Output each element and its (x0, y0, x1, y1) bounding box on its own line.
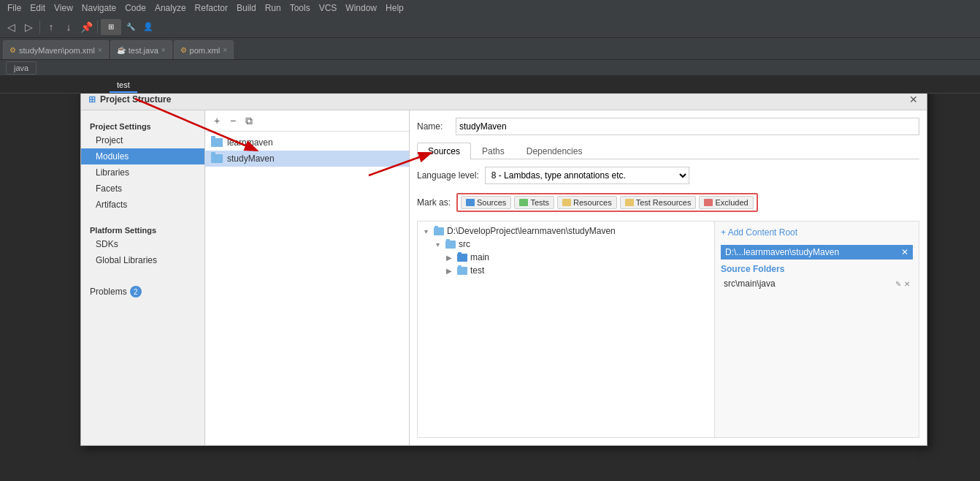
tab-studymaven-pom[interactable]: ⚙ studyMaven\pom.xml × (3, 40, 109, 59)
menu-view[interactable]: View (50, 3, 77, 13)
right-sidebar: + Add Content Root D:\...learnmaven\stud… (714, 221, 919, 437)
mark-sources-btn[interactable]: Sources (461, 196, 511, 209)
mark-test-resources-icon (625, 199, 634, 206)
toolbar-icon2-btn[interactable]: 🔧 (123, 19, 139, 35)
menu-refactor[interactable]: Refactor (191, 3, 232, 13)
toolbar-sep-2 (97, 20, 98, 34)
right-tab-paths[interactable]: Paths (471, 143, 516, 159)
nav-artifacts[interactable]: Artifacts (81, 197, 204, 213)
language-level-label: Language level: (417, 170, 479, 181)
menu-file[interactable]: File (3, 3, 26, 13)
toolbar-forward-btn[interactable]: ▷ (20, 19, 37, 35)
mark-excluded-btn[interactable]: Excluded (699, 196, 753, 209)
copy-module-btn[interactable]: ⧉ (242, 113, 256, 128)
dialog-close-button[interactable]: ✕ (908, 94, 919, 105)
tree-main-chevron[interactable]: ▶ (444, 254, 454, 262)
name-input[interactable] (456, 118, 919, 135)
right-tab-dependencies[interactable]: Dependencies (516, 143, 594, 159)
tab-pomxml[interactable]: ⚙ pom.xml × (174, 40, 234, 59)
tree-main-label: main (470, 252, 489, 262)
mark-tests-btn[interactable]: Tests (514, 196, 554, 209)
tree-root-chevron[interactable]: ▾ (421, 227, 431, 235)
mark-test-resources-btn[interactable]: Test Resources (620, 196, 697, 209)
language-level-select[interactable]: 8 - Lambdas, type annotations etc. (485, 167, 689, 184)
name-label: Name: (417, 121, 450, 132)
menu-window[interactable]: Window (341, 3, 381, 13)
module-folder-icon-learnmaven (211, 138, 223, 147)
nav-global-libraries[interactable]: Global Libraries (81, 252, 204, 268)
toolbar-pin-btn[interactable]: 📌 (78, 19, 94, 35)
tab-testjava-icon: ☕ (117, 46, 126, 54)
mark-resources-icon (562, 199, 571, 206)
menu-help[interactable]: Help (381, 3, 408, 13)
project-structure-dialog: ⊞ Project Structure ✕ Project Settings P… (80, 88, 927, 446)
problems-badge: 2 (130, 286, 142, 298)
tree-main-folder-icon (457, 254, 467, 262)
source-folder-path-0: src\main\java (724, 279, 776, 289)
add-content-root-link[interactable]: + Add Content Root (721, 227, 913, 238)
toolbar-structure-btn[interactable]: ⊞ (101, 19, 121, 35)
tree-src-chevron[interactable]: ▾ (432, 240, 443, 249)
menu-analyze[interactable]: Analyze (150, 3, 191, 13)
tree-src[interactable]: ▾ src (421, 238, 711, 251)
mark-buttons-group: Sources Tests Resources Test Resour (456, 193, 758, 212)
mark-resources-label: Resources (573, 198, 612, 207)
name-row: Name: (417, 118, 919, 135)
menu-build[interactable]: Build (232, 3, 261, 13)
sub-tab-bar: test (0, 76, 980, 94)
menu-bar: File Edit View Navigate Code Analyze Ref… (0, 0, 980, 16)
module-list: learnmaven studyMaven (205, 132, 409, 445)
nav-problems[interactable]: Problems 2 (81, 283, 204, 300)
menu-run[interactable]: Run (261, 3, 286, 13)
tree-src-folder-icon (445, 240, 456, 249)
source-folder-remove-icon[interactable]: ✕ (904, 280, 910, 288)
sub-tab-test[interactable]: test (110, 77, 137, 93)
add-module-btn[interactable]: + (210, 113, 224, 128)
nav-modules[interactable]: Modules (81, 148, 204, 164)
remove-module-btn[interactable]: − (226, 113, 240, 128)
tab-studymaven-pom-close[interactable]: × (98, 46, 102, 54)
module-item-learnmaven[interactable]: learnmaven (205, 135, 409, 151)
left-panel: Project Settings Project Modules Librari… (81, 110, 205, 445)
tab-testjava-label: test.java (129, 46, 158, 55)
right-tab-sources[interactable]: Sources (417, 143, 471, 159)
tab-studymaven-pom-label: studyMaven\pom.xml (19, 46, 95, 55)
menu-navigate[interactable]: Navigate (77, 3, 120, 13)
mark-excluded-label: Excluded (715, 198, 748, 207)
menu-code[interactable]: Code (120, 3, 150, 13)
source-folder-edit-icon[interactable]: ✎ (895, 280, 901, 288)
toolbar-icon3-btn[interactable]: 👤 (140, 19, 156, 35)
nav-project[interactable]: Project (81, 132, 204, 148)
mark-test-resources-label: Test Resources (636, 198, 692, 207)
tree-test-chevron[interactable]: ▶ (444, 267, 454, 275)
mark-sources-icon (466, 199, 475, 206)
tree-main[interactable]: ▶ main (421, 251, 711, 264)
mark-resources-btn[interactable]: Resources (557, 196, 617, 209)
content-root-item[interactable]: D:\...learnmaven\studyMaven ✕ (721, 245, 913, 260)
nav-sdks[interactable]: SDKs (81, 236, 204, 252)
tree-root-label: D:\DevelopProject\learnmaven\studyMaven (447, 226, 616, 236)
nav-facets[interactable]: Facets (81, 181, 204, 197)
tab-pomxml-close[interactable]: × (223, 46, 227, 54)
tree-test[interactable]: ▶ test (421, 264, 711, 277)
toolbar-back-btn[interactable]: ◁ (3, 19, 19, 35)
module-label-learnmaven: learnmaven (227, 137, 273, 148)
toolbar-up-btn[interactable]: ↑ (43, 19, 59, 35)
source-folder-item-0[interactable]: src\main\java ✎ ✕ (721, 277, 913, 290)
tab-testjava[interactable]: ☕ test.java × (110, 40, 172, 59)
tab-bar: ⚙ studyMaven\pom.xml × ☕ test.java × ⚙ p… (0, 38, 980, 60)
menu-tools[interactable]: Tools (286, 3, 315, 13)
module-item-studymaven[interactable]: studyMaven (205, 151, 409, 167)
tree-test-folder-icon (457, 267, 467, 275)
tree-root-folder-icon (434, 227, 444, 235)
nav-libraries[interactable]: Libraries (81, 164, 204, 181)
project-settings-label: Project Settings (81, 118, 204, 132)
toolbar-down-btn[interactable]: ↓ (61, 19, 77, 35)
tree-root[interactable]: ▾ D:\DevelopProject\learnmaven\studyMave… (421, 224, 711, 238)
tab-testjava-close[interactable]: × (161, 46, 166, 54)
content-root-close-icon[interactable]: ✕ (901, 247, 908, 257)
menu-edit[interactable]: Edit (26, 3, 50, 13)
menu-vcs[interactable]: VCS (315, 3, 342, 13)
file-tree: ▾ D:\DevelopProject\learnmaven\studyMave… (418, 221, 714, 437)
language-level-row: Language level: 8 - Lambdas, type annota… (417, 167, 919, 184)
